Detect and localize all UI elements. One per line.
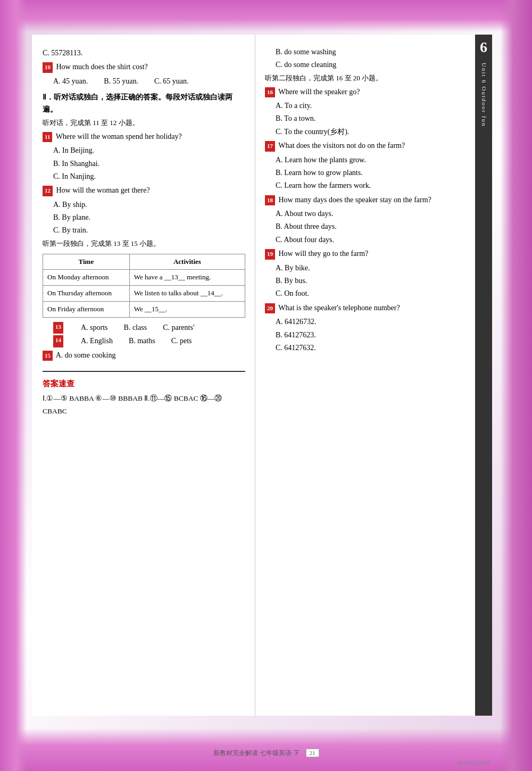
footer-text: 新教材完全解读 七年级英语·下 bbox=[213, 749, 300, 757]
table-row: On Friday afternoon We __15__. bbox=[43, 302, 245, 318]
q12-text: How will the woman get there? bbox=[56, 186, 150, 194]
q18-question: 18 How many days does the speaker stay o… bbox=[265, 194, 483, 206]
table-cell-act-2: We listen to talks about __14__. bbox=[129, 286, 245, 302]
section2-sub2: 听第一段独白，完成第 13 至 15 小题。 bbox=[43, 238, 245, 250]
q18-text: How many days does the speaker stay on t… bbox=[279, 196, 431, 204]
q19-question: 19 How will they go to the farm? bbox=[265, 248, 483, 260]
page-number: 21 bbox=[306, 749, 319, 757]
q16-text: Where will the speaker go? bbox=[278, 88, 360, 96]
q10-question: 10 How much does the shirt cost? bbox=[43, 61, 245, 73]
section2-sub2-text: 听第一段独白，完成第 13 至 15 小题。 bbox=[43, 239, 160, 247]
q15-num: 15 bbox=[43, 351, 53, 361]
q12-option-c: C. By train. bbox=[53, 225, 245, 236]
q12-question: 12 How will the woman get there? bbox=[43, 185, 245, 196]
q20-num: 20 bbox=[265, 303, 275, 314]
q12-option-b: B. By plane. bbox=[53, 212, 245, 223]
q14-option-b: B. maths bbox=[129, 335, 155, 347]
q13-option-c: C. parents' bbox=[163, 322, 194, 334]
q19-option-b: B. By bus. bbox=[276, 275, 483, 287]
item-c-cleaning: C. do some cleaning bbox=[276, 59, 483, 71]
q19-option-c: C. On foot. bbox=[276, 288, 483, 300]
q10-option-b: B. 55 yuan. bbox=[104, 76, 138, 87]
q11-option-b: B. In Shanghai. bbox=[53, 158, 245, 170]
unit-sidebar: 6 Unit 6 Outdoor fun bbox=[475, 35, 492, 716]
q19-option-a: A. By bike. bbox=[276, 262, 483, 274]
q10-text: How much does the shirt cost? bbox=[56, 63, 148, 71]
section2-sub1: 听对话，完成第 11 至 12 小题。 bbox=[43, 118, 245, 129]
q10-options: A. 45 yuan. B. 55 yuan. C. 65 yuan. bbox=[53, 76, 245, 87]
q11-option-c: C. In Nanjing. bbox=[53, 171, 245, 183]
section2-header-text: Ⅱ．听对话或独白，选择正确的答案。每段对话或独白读两遍。 bbox=[43, 93, 232, 113]
table-cell-act-3: We __15__. bbox=[129, 302, 245, 318]
q13-option-a: A. sports bbox=[81, 322, 108, 334]
q14-option-a: A. English bbox=[81, 335, 113, 347]
q17-text: What does the visitors not do on the far… bbox=[278, 142, 405, 150]
table-header-activities: Activities bbox=[129, 254, 245, 270]
table-row: On Monday afternoon We have a __13__ mee… bbox=[43, 270, 245, 286]
q10-num: 10 bbox=[43, 62, 53, 73]
item-c-text: C. 55728113. bbox=[43, 49, 82, 57]
answer-title: 答案速查 bbox=[43, 377, 245, 390]
section2-header: Ⅱ．听对话或独白，选择正确的答案。每段对话或独白读两遍。 bbox=[43, 92, 245, 115]
q18-option-b: B. About three days. bbox=[276, 221, 483, 233]
q10-option-c: C. 65 yuan. bbox=[154, 76, 189, 87]
unit-number: 6 bbox=[480, 40, 487, 55]
q19-num: 19 bbox=[265, 249, 275, 260]
q17-option-c: C. Learn how the farmers work. bbox=[276, 180, 483, 192]
q20-option-a: A. 64126732. bbox=[276, 316, 483, 328]
answer-section: 答案速查 Ⅰ.①—⑤ BABBA ⑥—⑩ BBBAB Ⅱ.⑪—⑮ BCBAC ⑯… bbox=[43, 371, 245, 418]
q11-text: Where will the woman spend her holiday? bbox=[56, 132, 182, 140]
schedule-table: Time Activities On Monday afternoon We h… bbox=[43, 254, 245, 318]
q18-option-a: A. About two days. bbox=[276, 208, 483, 220]
q10-option-a: A. 45 yuan. bbox=[53, 76, 88, 87]
item-b-washing: B. do some washing bbox=[276, 46, 483, 58]
q13-options: 13 A. sports B. class C. parents' bbox=[53, 322, 245, 334]
q16-question: 16 Where will the speaker go? bbox=[265, 86, 483, 98]
q20-question: 20 What is the speaker's telephone numbe… bbox=[265, 302, 483, 314]
q13-num: 13 bbox=[53, 322, 63, 334]
q17-question: 17 What does the visitors not do on the … bbox=[265, 140, 483, 152]
section-sub3: 听第二段独白，完成第 16 至 20 小题。 bbox=[265, 73, 483, 84]
answer-text: Ⅰ.①—⑤ BABBA ⑥—⑩ BBBAB Ⅱ.⑪—⑮ BCBAC ⑯—⑳ CB… bbox=[43, 392, 245, 418]
q18-num: 18 bbox=[265, 195, 275, 206]
q14-option-c: C. pets bbox=[171, 335, 192, 347]
footer: 新教材完全解读 七年级英语·下 21 bbox=[0, 749, 532, 758]
q13-option-b: B. class bbox=[124, 322, 147, 334]
q20-text: What is the speaker's telephone number? bbox=[278, 304, 400, 312]
unit-text: Unit 6 Outdoor fun bbox=[479, 63, 488, 127]
q19-text: How will they go to the farm? bbox=[279, 250, 369, 258]
q14-options: 14 A. English B. maths C. pets bbox=[53, 335, 245, 347]
q17-option-b: B. Learn how to grow plants. bbox=[276, 167, 483, 179]
q17-num: 17 bbox=[265, 141, 275, 152]
q12-num: 12 bbox=[43, 186, 53, 196]
item-c-phone: C. 55728113. bbox=[43, 47, 245, 59]
table-header-time: Time bbox=[43, 254, 130, 270]
q15-option-a: A. do some cooking bbox=[56, 351, 116, 359]
table-cell-time-2: On Thursday afternoon bbox=[43, 286, 130, 302]
q11-num: 11 bbox=[43, 132, 52, 143]
q12-option-a: A. By ship. bbox=[53, 199, 245, 211]
q16-option-c: C. To the country(乡村). bbox=[276, 126, 483, 138]
table-cell-time-1: On Monday afternoon bbox=[43, 270, 130, 286]
q14-num: 14 bbox=[53, 335, 63, 347]
q15-option: 15 A. do some cooking bbox=[43, 350, 245, 361]
q16-option-a: A. To a city. bbox=[276, 100, 483, 112]
left-column: C. 55728113. 10 How much does the shirt … bbox=[32, 35, 255, 716]
q16-option-b: B. To a town. bbox=[276, 113, 483, 125]
q20-option-b: B. 64127623. bbox=[276, 329, 483, 341]
q11-question: 11 Where will the woman spend her holida… bbox=[43, 131, 245, 143]
table-cell-act-1: We have a __13__ meeting. bbox=[129, 270, 245, 286]
q17-option-a: A. Learn how the plants grow. bbox=[276, 154, 483, 166]
watermark: MXQE.COM bbox=[458, 759, 489, 766]
table-cell-time-3: On Friday afternoon bbox=[43, 302, 130, 318]
table-row: On Thursday afternoon We listen to talks… bbox=[43, 286, 245, 302]
q16-num: 16 bbox=[265, 87, 275, 98]
section2-sub1-text: 听对话，完成第 11 至 12 小题。 bbox=[43, 119, 139, 127]
right-column: B. do some washing C. do some cleaning 听… bbox=[255, 35, 492, 716]
q20-option-c: C. 64127632. bbox=[276, 342, 483, 354]
q11-option-a: A. In Beijing. bbox=[53, 145, 245, 156]
q18-option-c: C. About four days. bbox=[276, 234, 483, 246]
